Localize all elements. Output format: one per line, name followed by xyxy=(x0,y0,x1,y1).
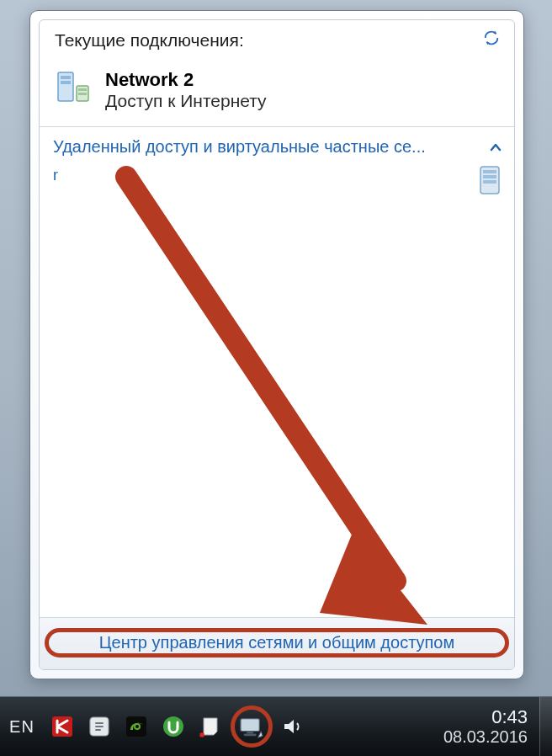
svg-rect-15 xyxy=(241,719,260,732)
svg-rect-17 xyxy=(244,733,257,736)
vpn-item[interactable]: r xyxy=(53,167,58,184)
svg-rect-9 xyxy=(483,180,496,184)
flyout-footer: Центр управления сетями и общим доступом xyxy=(40,617,514,669)
kaspersky-icon[interactable] xyxy=(47,711,77,742)
vpn-server-icon xyxy=(479,165,501,200)
network-name: Network 2 xyxy=(105,69,267,91)
network-sharing-center-link[interactable]: Центр управления сетями и общим доступом xyxy=(46,618,507,669)
desktop: Текущие подключения: Network 2 Доступ xyxy=(0,0,552,756)
svg-rect-4 xyxy=(78,88,87,91)
volume-icon[interactable] xyxy=(278,711,308,742)
skype-icon[interactable] xyxy=(84,711,114,742)
language-indicator[interactable]: EN xyxy=(0,717,44,737)
svg-rect-2 xyxy=(61,81,71,84)
taskbar: EN xyxy=(0,696,552,756)
svg-rect-5 xyxy=(78,93,87,95)
current-connections-title: Текущие подключения: xyxy=(55,30,501,51)
svg-rect-16 xyxy=(247,732,253,734)
vpn-section-body: r xyxy=(40,163,514,617)
action-center-icon[interactable] xyxy=(195,711,226,742)
network-tray-button[interactable] xyxy=(232,707,271,746)
network-status: Доступ к Интернету xyxy=(105,91,267,111)
show-desktop-button[interactable] xyxy=(539,697,552,756)
refresh-icon[interactable] xyxy=(482,29,501,51)
clock-date: 08.03.2016 xyxy=(443,727,528,747)
vpn-section-label: Удаленный доступ и виртуальные частные с… xyxy=(53,137,426,157)
svg-rect-1 xyxy=(61,76,71,79)
network-flyout-inner: Текущие подключения: Network 2 Доступ xyxy=(39,19,515,670)
current-connections-section: Текущие подключения: xyxy=(40,20,514,62)
svg-rect-8 xyxy=(483,175,496,178)
utorrent-icon[interactable] xyxy=(158,711,188,742)
clock-time: 0:43 xyxy=(443,706,528,727)
nvidia-icon[interactable] xyxy=(121,711,151,742)
system-tray xyxy=(44,707,308,746)
chevron-up-icon xyxy=(489,141,502,154)
vpn-section-header[interactable]: Удаленный доступ и виртуальные частные с… xyxy=(40,127,514,163)
network-computer-icon xyxy=(53,69,93,113)
svg-rect-10 xyxy=(52,716,72,737)
clock[interactable]: 0:43 08.03.2016 xyxy=(443,706,539,747)
svg-rect-12 xyxy=(126,716,146,737)
network-flyout: Текущие подключения: Network 2 Доступ xyxy=(29,10,524,679)
network-item-text: Network 2 Доступ к Интернету xyxy=(105,69,267,111)
svg-rect-7 xyxy=(483,170,496,173)
network-item[interactable]: Network 2 Доступ к Интернету xyxy=(40,62,514,126)
